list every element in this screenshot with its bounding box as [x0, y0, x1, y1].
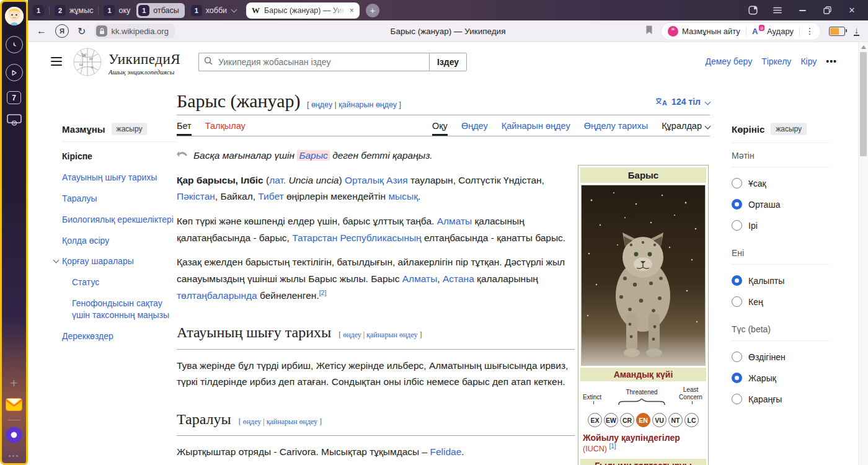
tab-close-icon[interactable]: × — [350, 6, 354, 15]
tab-group-study[interactable]: 1 оку — [104, 5, 130, 16]
radio-selected-icon[interactable] — [732, 275, 742, 286]
status-cr[interactable]: CR — [620, 413, 634, 427]
url-field[interactable]: kk.wikipedia.org — [94, 24, 175, 38]
edit-source-link[interactable]: қайнарын өңдеу — [267, 417, 317, 426]
toc-item-distribution[interactable]: Таралуы — [62, 193, 177, 205]
tab-history[interactable]: Өңделу тарихы — [584, 121, 648, 136]
panels-icon[interactable] — [748, 6, 758, 16]
yandex-mail-icon[interactable] — [6, 398, 22, 414]
radio-selected-icon[interactable] — [732, 373, 742, 383]
option-width-wide[interactable]: Кең — [732, 296, 830, 307]
history-clock-icon[interactable] — [6, 36, 23, 53]
paragraph: Тува жерінде бұл түрді ирбиш, Жетісу жер… — [177, 358, 575, 391]
tab-tools[interactable]: Құралдар — [662, 121, 710, 136]
main-menu-icon[interactable] — [51, 57, 62, 66]
scrollbar-thumb[interactable] — [860, 52, 867, 156]
status-lc[interactable]: LC — [684, 413, 699, 427]
toc-hide-button[interactable]: жасыру — [112, 123, 148, 135]
active-tab[interactable]: W Барыс (жануар) — Уик × — [246, 2, 360, 19]
tab-group-1[interactable]: 1 — [33, 5, 44, 16]
radio-icon[interactable] — [732, 352, 742, 362]
edit-source-link[interactable]: қайнарын өңдеу — [339, 100, 397, 109]
player-play-icon[interactable] — [6, 64, 23, 81]
option-color-auto[interactable]: Өздігінен — [732, 352, 830, 362]
status-vu[interactable]: VU — [652, 413, 666, 427]
bookmark-flag-icon[interactable] — [645, 25, 653, 37]
register-link[interactable]: Тіркелу — [761, 56, 791, 66]
toc-item-etymology[interactable]: Атауының шығу тарихы — [62, 172, 177, 184]
tab-group-family-active[interactable]: 1 отбасы — [136, 3, 184, 18]
more-tools-icon[interactable]: ⋮ — [805, 26, 814, 36]
search-input[interactable] — [217, 56, 424, 68]
more-options-icon[interactable]: ••• — [826, 56, 837, 66]
appearance-hide-button[interactable]: жасыру — [771, 123, 807, 135]
radio-icon[interactable] — [732, 394, 742, 404]
new-tab-button[interactable]: + — [366, 4, 379, 17]
minimize-icon[interactable] — [797, 6, 807, 16]
toc-item-status[interactable]: Статус — [62, 277, 177, 288]
yandex-logo-icon[interactable]: Я — [55, 24, 69, 38]
tab-article[interactable]: Бет — [177, 121, 192, 136]
wikipedia-page: W И Ω V УикипедиЯ Ашық энциклопедиясы Із… — [28, 42, 868, 465]
chevron-expanded-icon[interactable] — [53, 257, 60, 264]
refresh-icon[interactable]: ↻ — [78, 25, 86, 37]
iucn-link[interactable]: (IUCN) — [583, 445, 607, 453]
status-ew[interactable]: EW — [604, 413, 618, 427]
wikipedia-logo[interactable]: W И Ω V — [73, 47, 102, 79]
toc-item-protection[interactable]: Қорғау шаралары — [62, 255, 177, 267]
tab-read[interactable]: Оқу — [432, 121, 448, 136]
radio-selected-icon[interactable] — [732, 199, 742, 210]
downloads-icon[interactable]: ↓ — [854, 26, 859, 37]
radio-icon[interactable] — [732, 178, 742, 188]
option-color-light[interactable]: Жарық — [732, 373, 830, 383]
status-en-active[interactable]: EN — [636, 413, 650, 427]
edit-link[interactable]: өңдеу — [311, 100, 332, 109]
scroll-up-arrow[interactable] — [861, 45, 866, 49]
option-color-dark[interactable]: Қараңғы — [732, 394, 830, 404]
donate-link[interactable]: Демеу беру — [705, 56, 752, 66]
maximize-icon[interactable] — [822, 6, 832, 16]
page-scrollbar[interactable] — [858, 42, 868, 465]
toc-item-intro[interactable]: Кіріспе — [62, 151, 177, 162]
language-selector[interactable]: A 124 тіл — [655, 97, 710, 107]
edit-link[interactable]: өңдеу — [343, 330, 361, 339]
toc-item-genofund[interactable]: Генофондысын сақтау үшін таксонның маңыз… — [62, 298, 177, 321]
tab-group-separator — [49, 6, 50, 15]
edit-link[interactable]: өңдеу — [243, 417, 262, 426]
wikipedia-wordmark[interactable]: УикипедиЯ Ашық энциклопедиясы — [108, 51, 180, 76]
toc-item-captivity[interactable]: Қолда өсіру — [62, 235, 177, 247]
login-link[interactable]: Кіру — [800, 56, 817, 66]
back-icon[interactable]: ← — [37, 25, 46, 37]
read-aloud-button[interactable]: “ Мазмұнын айту — [668, 26, 740, 37]
status-ex[interactable]: EX — [588, 413, 602, 427]
sidebar-more-icon[interactable]: ••• — [9, 452, 20, 459]
tab-talk[interactable]: Талқылау — [205, 121, 246, 136]
tab-edit[interactable]: Өңдеу — [461, 121, 488, 136]
tab-group-work[interactable]: 2 жұмыс — [55, 5, 93, 16]
tab-counter-button[interactable]: 7 — [7, 91, 21, 104]
edit-source-link[interactable]: қайнарын өңдеу — [366, 330, 417, 339]
option-text-standard[interactable]: Орташа — [732, 199, 830, 210]
option-text-small[interactable]: Ұсақ — [732, 178, 830, 188]
radio-icon[interactable] — [732, 220, 742, 231]
screen-share-icon[interactable] — [7, 114, 22, 128]
toc-item-references[interactable]: Дереккөздер — [62, 330, 177, 342]
battery-icon[interactable] — [829, 27, 845, 36]
option-text-large[interactable]: Ірі — [732, 220, 830, 231]
translate-button[interactable]: Aә Аудару — [752, 27, 794, 36]
status-nt[interactable]: NT — [668, 413, 683, 427]
sidebar-add-icon[interactable]: + — [10, 376, 17, 389]
reference-link[interactable]: [1] — [609, 443, 616, 450]
search-button[interactable]: Іздеу — [429, 53, 467, 71]
user-avatar[interactable] — [5, 7, 24, 25]
chevron-down-icon — [705, 99, 711, 105]
radio-icon[interactable] — [732, 296, 742, 307]
menu-icon[interactable] — [773, 6, 782, 16]
tab-edit-source[interactable]: Қайнарын өңдеу — [502, 121, 570, 136]
snow-leopard-image[interactable] — [581, 185, 706, 366]
toc-item-biology[interactable]: Биологиялық ерекшеліктері — [62, 214, 177, 226]
option-width-standard[interactable]: Қалыпты — [732, 275, 830, 286]
tab-group-hobby[interactable]: 1 хобби — [191, 5, 236, 16]
close-icon[interactable]: ✕ — [847, 6, 857, 16]
alice-assistant-icon[interactable] — [6, 427, 22, 446]
